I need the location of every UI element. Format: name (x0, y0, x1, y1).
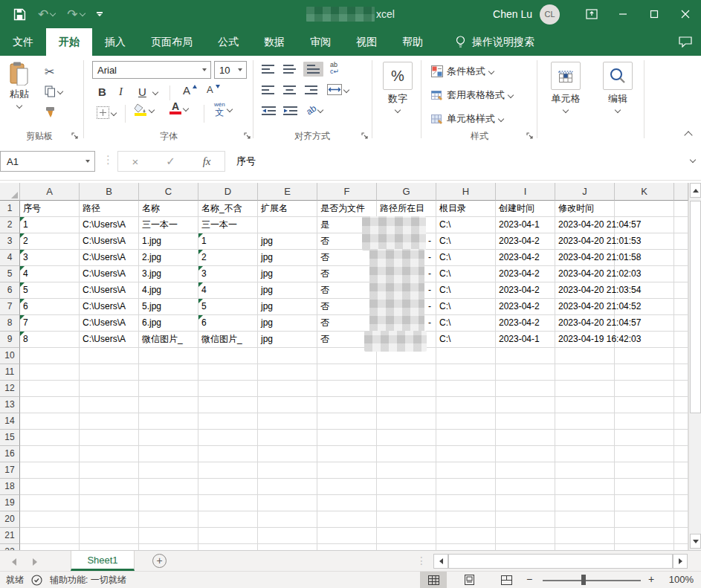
cell-E1[interactable]: 扩展名 (258, 201, 317, 217)
cell-G19[interactable] (377, 495, 436, 511)
cell-H16[interactable] (436, 446, 496, 462)
row-header-14[interactable]: 14 (0, 413, 20, 430)
cell-A16[interactable] (20, 446, 80, 462)
cell-G16[interactable] (377, 446, 436, 462)
cell-C11[interactable] (139, 364, 198, 381)
cell-E6[interactable]: jpg (258, 282, 317, 299)
normal-view-button[interactable] (420, 572, 447, 588)
cell-A8[interactable]: 7 (20, 315, 80, 332)
column-header-D[interactable]: D (198, 183, 258, 201)
cell-F12[interactable] (317, 381, 377, 397)
cell-G1[interactable]: 路径所在目 (377, 201, 436, 217)
ribbon-tab-数据[interactable]: 数据 (251, 28, 297, 56)
clipboard-dialog-launcher[interactable] (71, 132, 79, 142)
cut-button[interactable]: ✂ (45, 65, 54, 79)
cell-A5[interactable]: 4 (20, 266, 80, 282)
cell-E21[interactable] (258, 528, 317, 544)
sheet-tab-sheet1[interactable]: Sheet1 (71, 551, 135, 571)
cell-D13[interactable] (198, 397, 258, 413)
align-bottom-button[interactable] (303, 62, 323, 77)
cell-C15[interactable] (139, 430, 198, 446)
row-header-15[interactable]: 15 (0, 430, 20, 446)
cell-K16[interactable] (615, 446, 674, 462)
increase-indent-button[interactable] (283, 106, 297, 115)
zoom-slider-thumb[interactable] (581, 575, 586, 585)
cell-J21[interactable] (555, 528, 615, 544)
name-box-resize-handle[interactable]: ⋮ (103, 153, 114, 167)
cell-partial-11[interactable] (674, 364, 688, 381)
maximize-button[interactable] (639, 0, 670, 28)
cell-B7[interactable]: C:\Users\A (80, 299, 139, 315)
cell-J1[interactable]: 修改时间 (555, 201, 615, 217)
cell-I8[interactable]: 2023-04-2 (496, 315, 555, 332)
ribbon-tab-帮助[interactable]: 帮助 (390, 28, 436, 56)
cell-I16[interactable] (496, 446, 555, 462)
cell-B11[interactable] (80, 364, 139, 381)
align-top-button[interactable] (262, 65, 274, 74)
cell-E7[interactable]: jpg (258, 299, 317, 315)
row-header-10[interactable]: 10 (0, 348, 20, 364)
styles-dialog-launcher[interactable] (526, 132, 534, 142)
cell-E5[interactable]: jpg (258, 266, 317, 282)
cell-C1[interactable]: 名称 (139, 201, 198, 217)
cell-A14[interactable] (20, 413, 80, 430)
cell-partial-9[interactable] (674, 332, 688, 348)
cell-G21[interactable] (377, 528, 436, 544)
cell-C21[interactable] (139, 528, 198, 544)
cell-F17[interactable] (317, 462, 377, 479)
row-header-9[interactable]: 9 (0, 332, 20, 348)
cell-K20[interactable] (615, 511, 674, 528)
page-break-view-button[interactable] (493, 572, 520, 588)
cell-H20[interactable] (436, 511, 496, 528)
column-header-partial[interactable] (674, 183, 688, 201)
previous-sheet-button[interactable] (12, 558, 16, 566)
cell-J15[interactable] (555, 430, 615, 446)
column-header-E[interactable]: E (258, 183, 317, 201)
cell-A22[interactable] (20, 544, 80, 550)
cell-F11[interactable] (317, 364, 377, 381)
scroll-down-button[interactable] (690, 534, 701, 549)
row-header-21[interactable]: 21 (0, 528, 20, 544)
row-header-7[interactable]: 7 (0, 299, 20, 315)
align-left-button[interactable] (262, 85, 274, 94)
cell-G17[interactable] (377, 462, 436, 479)
cell-J5[interactable]: 2023-04-20 21:02:03 (555, 266, 615, 282)
cell-partial-4[interactable] (674, 250, 688, 266)
cell-C9[interactable]: 微信图片_ (139, 332, 198, 348)
cell-D10[interactable] (198, 348, 258, 364)
cell-G20[interactable] (377, 511, 436, 528)
cell-B16[interactable] (80, 446, 139, 462)
cell-I20[interactable] (496, 511, 555, 528)
cell-H12[interactable] (436, 381, 496, 397)
cell-E9[interactable]: jpg (258, 332, 317, 348)
row-header-22[interactable]: 22 (0, 544, 20, 550)
cell-F14[interactable] (317, 413, 377, 430)
cell-I6[interactable]: 2023-04-2 (496, 282, 555, 299)
editing-button[interactable]: 编辑 (599, 62, 636, 112)
cell-partial-1[interactable] (674, 201, 688, 217)
cell-J7[interactable]: 2023-04-20 21:04:52 (555, 299, 615, 315)
cell-E22[interactable] (258, 544, 317, 550)
vertical-scrollbar[interactable] (688, 183, 701, 550)
cell-D14[interactable] (198, 413, 258, 430)
cell-D11[interactable] (198, 364, 258, 381)
zoom-out-button[interactable]: − (526, 573, 532, 585)
cells-button[interactable]: 单元格 (546, 62, 586, 112)
cell-I2[interactable]: 2023-04-1 (496, 217, 555, 233)
ribbon-tab-页面布局[interactable]: 页面布局 (138, 28, 205, 56)
user-avatar[interactable]: CL (540, 4, 560, 25)
cell-H1[interactable]: 根目录 (436, 201, 496, 217)
cell-E3[interactable]: jpg (258, 233, 317, 250)
cell-E14[interactable] (258, 413, 317, 430)
cell-C12[interactable] (139, 381, 198, 397)
cell-K12[interactable] (615, 381, 674, 397)
cell-F1[interactable]: 是否为文件 (317, 201, 377, 217)
row-header-4[interactable]: 4 (0, 250, 20, 266)
cell-F20[interactable] (317, 511, 377, 528)
cell-partial-16[interactable] (674, 446, 688, 462)
cell-K17[interactable] (615, 462, 674, 479)
cell-partial-20[interactable] (674, 511, 688, 528)
cell-B18[interactable] (80, 479, 139, 495)
cell-I18[interactable] (496, 479, 555, 495)
cell-D5[interactable]: 3 (198, 266, 258, 282)
